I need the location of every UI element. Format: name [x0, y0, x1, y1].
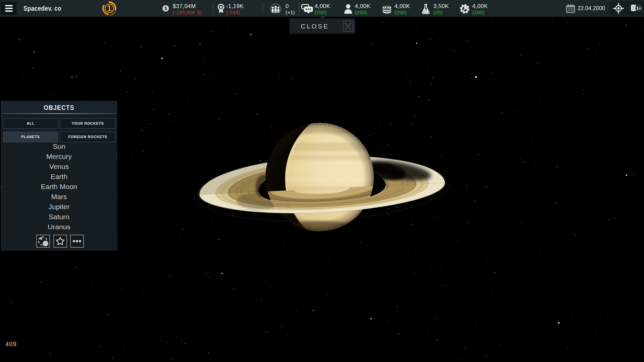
svg-text:$: $	[164, 6, 167, 11]
svg-text:$: $	[386, 6, 388, 9]
svg-text:1: 1	[107, 4, 111, 13]
svg-text:1+: 1+	[636, 6, 641, 11]
